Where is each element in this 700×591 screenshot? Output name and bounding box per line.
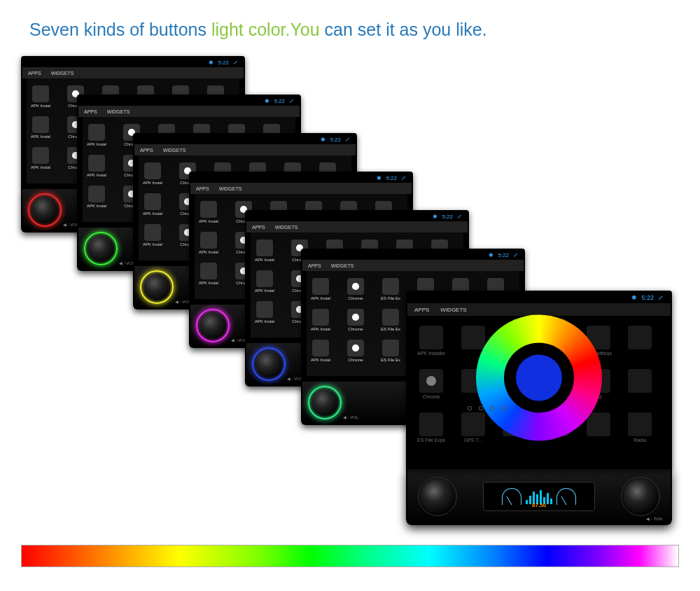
volume-knob[interactable] <box>255 350 283 378</box>
tab-widgets[interactable]: WIDGETS <box>275 225 298 230</box>
tab-apps[interactable]: APPS <box>84 109 97 114</box>
tab-apps[interactable]: APPS <box>308 263 321 268</box>
app-glyph-icon <box>144 193 161 210</box>
device-screen[interactable]: ✱5:22⤢APPSWIDGETSAPK InstallerBluetoothN… <box>406 291 672 469</box>
status-bar: ✱5:22⤢ <box>407 292 671 303</box>
app-glyph-icon <box>419 326 443 349</box>
status-time: 5:22 <box>218 60 229 66</box>
app-icon[interactable]: APK Installer <box>311 340 330 365</box>
tab-apps[interactable]: APPS <box>414 307 429 313</box>
app-icon[interactable]: APK Installer <box>143 224 162 249</box>
color-spectrum-bar <box>21 545 679 567</box>
status-time: 5:22 <box>274 98 285 104</box>
base-button-icon[interactable] <box>468 406 472 410</box>
app-icon[interactable]: APK Installer <box>31 147 50 172</box>
headline: Seven kinds of buttons light color.You c… <box>29 20 487 40</box>
app-icon[interactable]: GPS T... <box>459 412 487 446</box>
tab-apps[interactable]: APPS <box>28 71 41 76</box>
vol-label: ◀ - VOL <box>287 376 302 381</box>
app-icon[interactable]: Chrome <box>417 369 445 403</box>
app-icon[interactable]: ES File Explor... <box>381 278 400 303</box>
app-label: Chrome <box>346 358 365 362</box>
app-icon[interactable]: ES File Explor... <box>381 340 400 365</box>
app-icon[interactable]: APK Installer <box>143 162 162 188</box>
tab-widgets[interactable]: WIDGETS <box>440 307 466 313</box>
app-glyph-icon <box>628 369 652 393</box>
tab-widgets[interactable]: WIDGETS <box>163 148 186 153</box>
status-bar: ✱5:22⤢ <box>246 211 468 221</box>
app-glyph-icon <box>312 278 329 295</box>
app-icon[interactable]: ES File Explor... <box>417 412 445 446</box>
app-glyph-icon <box>382 309 399 326</box>
app-icon[interactable]: APK Installer <box>255 270 274 296</box>
app-icon[interactable]: Chrome <box>346 340 365 365</box>
volume-knob[interactable] <box>87 235 115 263</box>
tuning-knob[interactable] <box>623 479 658 514</box>
app-icon[interactable]: Radio <box>626 412 654 446</box>
app-icon[interactable]: APK Installer <box>199 263 218 288</box>
tabs-row: APPSWIDGETS <box>246 221 468 232</box>
status-bar: ✱5:22⤢ <box>302 250 524 260</box>
status-time: 5:22 <box>641 294 654 301</box>
app-icon[interactable]: Chrome <box>346 278 365 303</box>
app-icon[interactable]: APK Installer <box>87 186 106 211</box>
app-label: APK Installer <box>143 242 162 246</box>
app-glyph-icon <box>88 155 105 172</box>
tab-apps[interactable]: APPS <box>252 225 265 230</box>
app-icon[interactable]: APK Installer <box>87 155 106 180</box>
app-label: APK Installer <box>311 296 330 300</box>
app-icon[interactable]: APK Installer <box>255 239 274 265</box>
app-label: APK Installer <box>87 204 106 208</box>
tab-widgets[interactable]: WIDGETS <box>107 109 130 114</box>
app-label: ES File Explor... <box>381 296 400 300</box>
volume-knob[interactable] <box>143 273 171 301</box>
volume-knob[interactable] <box>31 196 59 224</box>
app-icon[interactable]: APK Installer <box>199 232 218 257</box>
bluetooth-icon: ✱ <box>489 252 493 258</box>
app-icon[interactable]: Chrome <box>346 309 365 334</box>
expand-icon: ⤢ <box>345 137 350 143</box>
app-icon[interactable]: APK Installer <box>255 301 274 326</box>
expand-icon: ⤢ <box>233 60 238 66</box>
app-glyph-icon <box>587 412 610 436</box>
app-icon[interactable] <box>626 369 654 403</box>
app-icon[interactable]: APK Installer <box>417 326 445 359</box>
tab-apps[interactable]: APPS <box>196 186 209 191</box>
bluetooth-icon: ✱ <box>209 60 214 66</box>
color-wheel-picker[interactable] <box>476 314 602 440</box>
status-time: 5:22 <box>330 137 341 143</box>
app-icon[interactable]: APK Installer <box>31 85 50 111</box>
app-icon[interactable] <box>626 326 654 359</box>
app-icon[interactable]: ES File Explor... <box>381 309 400 334</box>
app-label: APK Installer <box>417 351 445 356</box>
tab-widgets[interactable]: WIDGETS <box>51 71 74 76</box>
expand-icon: ⤢ <box>289 98 294 104</box>
app-icon[interactable]: APK Installer <box>311 309 330 334</box>
app-label: GPS T... <box>459 438 487 443</box>
app-label: APK Installer <box>87 142 106 146</box>
frequency-readout: 87.50 <box>532 502 546 508</box>
app-glyph-icon <box>461 412 485 436</box>
base-button-icon[interactable] <box>501 406 505 410</box>
base-button-icon[interactable] <box>479 406 483 410</box>
app-label: APK Installer <box>255 319 274 324</box>
volume-knob[interactable] <box>420 479 455 514</box>
app-icon[interactable]: APK Installer <box>311 278 330 303</box>
app-glyph-icon <box>32 116 49 133</box>
app-icon[interactable]: APK Installer <box>143 193 162 218</box>
base-button-icon[interactable] <box>490 406 494 410</box>
app-label: ES File Explor... <box>417 438 445 443</box>
app-icon[interactable] <box>584 412 612 446</box>
app-icon[interactable]: APK Installer <box>199 201 218 226</box>
tabs-row: APPSWIDGETS <box>190 183 412 194</box>
app-label: Chrome <box>417 394 445 399</box>
tab-widgets[interactable]: WIDGETS <box>219 186 242 191</box>
volume-knob[interactable] <box>311 389 339 417</box>
tab-widgets[interactable]: WIDGETS <box>331 263 354 268</box>
tab-apps[interactable]: APPS <box>140 148 153 153</box>
app-label: APK Installer <box>199 250 218 254</box>
volume-knob[interactable] <box>199 312 227 340</box>
app-icon[interactable]: APK Installer <box>31 116 50 141</box>
app-icon[interactable]: APK Installer <box>87 124 106 149</box>
app-glyph-icon <box>32 147 49 164</box>
